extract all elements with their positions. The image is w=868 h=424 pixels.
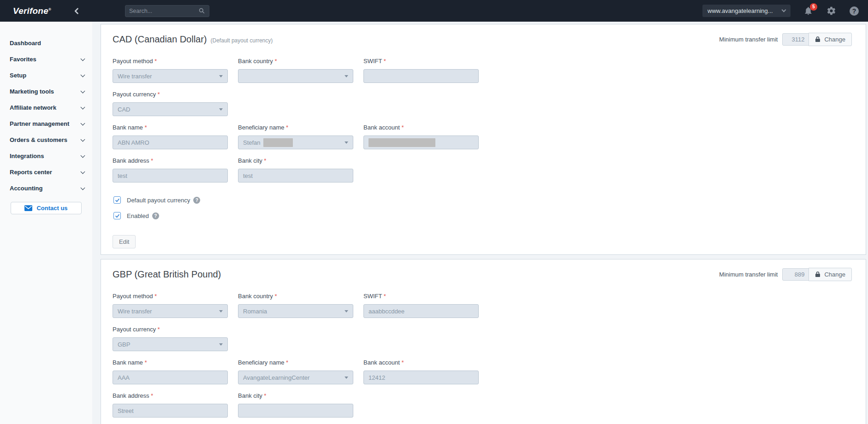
payout-method-select[interactable]: Wire transfer (113, 69, 228, 83)
help-icon[interactable] (152, 212, 159, 219)
checkmark-icon (115, 198, 120, 203)
registered-mark: ® (48, 7, 51, 11)
bank-address-field: Bank address test (113, 157, 228, 183)
sidebar-item-orders-customers[interactable]: Orders & customers (0, 132, 92, 148)
chevron-down-icon (219, 310, 223, 312)
bank-name-input[interactable]: ABN AMRO (113, 135, 228, 149)
bank-address-field: Bank address Street (113, 392, 228, 418)
bank-city-field: Bank city test (238, 157, 353, 183)
min-transfer-label: Minimum transfer limit (719, 36, 778, 43)
help-icon[interactable] (193, 197, 200, 204)
enabled-checkbox[interactable] (113, 212, 121, 219)
payout-currency-select[interactable]: CAD (113, 102, 228, 116)
redacted-value (263, 138, 293, 147)
payout-method-select[interactable]: Wire transfer (113, 304, 228, 318)
sidebar-item-setup[interactable]: Setup (0, 67, 92, 83)
min-transfer-input[interactable]: 889 (782, 268, 809, 281)
main-content: CAD (Canadian Dollar) (Default payout cu… (92, 22, 868, 424)
bank-account-field: Bank account 12412 (363, 359, 479, 384)
account-selector-dropdown[interactable]: www.avangatelearning... (702, 5, 791, 17)
chevron-down-icon (219, 108, 223, 111)
beneficiary-name-field: Beneficiary name Stefan (238, 124, 353, 149)
payout-method-field: Payout method Wire transfer (113, 293, 228, 318)
default-payout-currency-row: Default payout currency (113, 195, 852, 205)
bank-country-select[interactable]: Romania (238, 304, 353, 318)
top-bar: Verifone® www.avangatelearning... 5 (0, 0, 868, 22)
section-subtitle: (Default payout currency) (211, 37, 273, 44)
settings-button[interactable] (826, 6, 837, 17)
bank-address-input[interactable]: test (113, 169, 228, 183)
bank-country-field: Bank country (238, 58, 353, 83)
section-title: GBP (Great British Pound) (113, 269, 221, 280)
bank-address-input[interactable]: Street (113, 404, 228, 418)
sidebar-item-partner-management[interactable]: Partner management (0, 116, 92, 132)
edit-button[interactable]: Edit (113, 235, 136, 248)
swift-field: SWIFT aaabbccddee (363, 293, 479, 318)
sidebar-item-marketing-tools[interactable]: Marketing tools (0, 83, 92, 100)
contact-us-button[interactable]: Contact us (11, 202, 82, 214)
sidebar-item-reports-center[interactable]: Reports center (0, 164, 92, 180)
lock-icon (815, 271, 820, 277)
search-icon (198, 7, 205, 14)
min-transfer-input[interactable]: 3112 (782, 33, 809, 46)
swift-field: SWIFT (363, 58, 479, 83)
min-transfer-label: Minimum transfer limit (719, 271, 778, 278)
sidebar-collapse-button[interactable] (71, 6, 83, 17)
gear-icon (826, 6, 836, 16)
bank-name-field: Bank name AAA (113, 359, 228, 384)
lock-icon (815, 36, 820, 42)
chevron-down-icon (345, 141, 348, 144)
chevron-down-icon (81, 153, 85, 158)
chevron-down-icon (219, 75, 223, 77)
swift-input[interactable]: aaabbccddee (363, 304, 479, 318)
chevron-left-icon (73, 7, 81, 15)
min-transfer-group: Minimum transfer limit 3112 Change (719, 33, 852, 46)
checkmark-icon (115, 213, 120, 218)
bank-name-input[interactable]: AAA (113, 371, 228, 384)
chevron-down-icon (81, 185, 85, 190)
chevron-down-icon (782, 8, 786, 12)
payout-section-gbp: GBP (Great British Pound) Minimum transf… (101, 259, 866, 424)
bank-country-field: Bank country Romania (238, 293, 353, 318)
swift-input[interactable] (363, 69, 479, 83)
topbar-right-group: www.avangatelearning... 5 (702, 5, 860, 17)
bank-account-field: Bank account (363, 124, 479, 149)
beneficiary-name-field: Beneficiary name AvangateLearningCenter (238, 359, 353, 384)
bank-name-field: Bank name ABN AMRO (113, 124, 228, 149)
payout-method-field: Payout method Wire transfer (113, 58, 228, 83)
chevron-down-icon (81, 72, 85, 77)
chevron-down-icon (345, 377, 348, 379)
sidebar-item-affiliate-network[interactable]: Affiliate network (0, 100, 92, 116)
default-payout-currency-checkbox[interactable] (113, 196, 121, 204)
beneficiary-name-select[interactable]: Stefan (238, 135, 353, 149)
help-button[interactable] (849, 6, 860, 17)
payout-currency-field: Payout currency CAD (113, 91, 228, 116)
sidebar-item-dashboard[interactable]: Dashboard (0, 35, 92, 51)
bank-city-input[interactable] (238, 404, 353, 418)
payout-section-cad: CAD (Canadian Dollar) (Default payout cu… (101, 24, 866, 255)
search-input[interactable] (129, 8, 198, 14)
sidebar-item-integrations[interactable]: Integrations (0, 148, 92, 164)
sidebar-item-favorites[interactable]: Favorites (0, 51, 92, 67)
chevron-down-icon (219, 343, 223, 346)
notifications-button[interactable]: 5 (803, 6, 814, 17)
chevron-down-icon (81, 169, 85, 174)
contact-us-label: Contact us (36, 205, 67, 212)
sidebar-nav: Dashboard Favorites Setup Marketing tool… (0, 22, 92, 424)
bank-country-select[interactable] (238, 69, 353, 83)
beneficiary-name-select[interactable]: AvangateLearningCenter (238, 371, 353, 384)
change-button[interactable]: Change (809, 33, 852, 46)
change-button[interactable]: Change (809, 268, 852, 281)
search-box[interactable] (125, 5, 209, 17)
enabled-row: Enabled (113, 211, 852, 220)
payout-currency-field: Payout currency GBP (113, 326, 228, 351)
chevron-down-icon (81, 121, 85, 125)
bank-account-input[interactable]: 12412 (363, 371, 479, 384)
sidebar-item-accounting[interactable]: Accounting (0, 180, 92, 196)
payout-currency-select[interactable]: GBP (113, 337, 228, 351)
bank-city-input[interactable]: test (238, 169, 353, 183)
bank-account-input[interactable] (363, 135, 479, 149)
verifone-logo: Verifone® (13, 6, 51, 16)
chevron-down-icon (345, 310, 348, 312)
envelope-icon (24, 205, 32, 211)
